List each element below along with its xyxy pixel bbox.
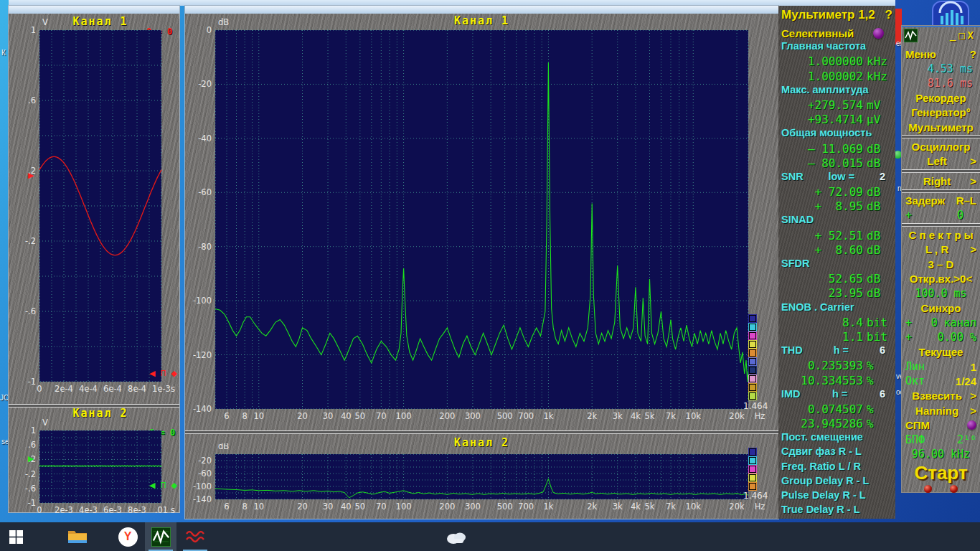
file-explorer-icon[interactable]: [62, 522, 93, 551]
svg-text:0: 0: [37, 505, 42, 514]
spectrum-ch1-plot[interactable]: 681020304050701002003005007001k2k3k4k5k7…: [185, 14, 778, 424]
marker-color-swatch[interactable]: [749, 392, 756, 400]
svg-text:300: 300: [465, 501, 481, 512]
svg-text:-.2: -.2: [25, 469, 36, 479]
svg-text:300: 300: [465, 411, 481, 421]
svg-text:2k: 2k: [587, 411, 597, 421]
marker-color-swatch[interactable]: [749, 358, 756, 365]
svg-text:5k: 5k: [645, 501, 655, 512]
scope-ch2-plot[interactable]: 02e-34e-36e-38e-3.011.6.2-.2-.6-1Vs: [9, 412, 179, 514]
svg-text:2e-4: 2e-4: [55, 384, 73, 394]
minimize-button[interactable]: _: [950, 29, 958, 41]
start-button[interactable]: [0, 522, 32, 551]
svg-text:500: 500: [497, 501, 513, 512]
measurement-value: + 8.60dB: [778, 243, 895, 258]
marker-color-swatch[interactable]: [749, 474, 756, 481]
marker-color-swatch[interactable]: [749, 457, 756, 464]
spectrum-ch2-plot[interactable]: 681020304050701002003005007001k2k3k4k5k7…: [185, 443, 778, 512]
control-item[interactable]: Текущее: [902, 344, 980, 359]
status-leds: [902, 485, 980, 496]
svg-text:6: 6: [224, 411, 229, 421]
control-item[interactable]: Откр.вх.>0<: [902, 271, 980, 286]
measurement-value: 23.95dB: [778, 286, 895, 301]
control-item[interactable]: Окт1/24: [902, 374, 980, 388]
window-titlebar[interactable]: [9, 6, 179, 14]
taskbar: Y 1 27°C Mostly cloudy μ ≈≈ ! Y ◆ РУС: [0, 522, 980, 551]
close-button[interactable]: X: [968, 29, 976, 41]
wave-app-icon[interactable]: [179, 522, 211, 551]
svg-text:50: 50: [355, 501, 366, 512]
control-item[interactable]: Взвесить>: [902, 389, 980, 403]
help-button[interactable]: ?: [885, 8, 892, 26]
control-item[interactable]: Right>: [902, 174, 980, 188]
scope-ch1-plot[interactable]: 02e-44e-46e-48e-41e-31.6.2-.2-.6-1Vs: [9, 14, 179, 405]
analyzer-app-icon[interactable]: [145, 522, 176, 551]
control-item[interactable]: Hanning>: [902, 403, 980, 418]
scope-ch1-level-marker[interactable]: ▶: [28, 171, 34, 180]
control-item[interactable]: Генератор°: [902, 105, 980, 120]
multimeter-title: Мультиметр 1,2: [781, 8, 875, 26]
scope-ch2-trigger-icon[interactable]: ◀ Π ◆: [149, 481, 179, 490]
marker-color-swatch[interactable]: [749, 349, 756, 357]
marker-color-swatch[interactable]: [749, 367, 756, 374]
control-item[interactable]: Рекордер: [902, 90, 980, 105]
measurement-label: IMDh =6: [778, 388, 895, 402]
svg-text:Hz: Hz: [755, 411, 765, 421]
scope-ch1-trigger-icon[interactable]: ◀ Π ◆: [149, 369, 179, 378]
svg-text:s: s: [171, 505, 175, 514]
marker-color-swatch[interactable]: [749, 448, 756, 456]
measurement-value: + 52.51dB: [778, 229, 895, 243]
weather-widget[interactable]: [445, 527, 468, 547]
marker-color-swatch[interactable]: [749, 324, 756, 331]
marker-color-swatch[interactable]: [749, 466, 756, 473]
marker-color-swatch[interactable]: [749, 483, 756, 490]
oscilloscope-window: Канал 1 0 = 0 02e-44e-46e-48e-41e-31.6.2…: [9, 6, 179, 512]
scope-ch2-level-marker[interactable]: ▶: [28, 454, 34, 463]
divider: [902, 169, 980, 173]
measurement-value: 10.334553%: [778, 374, 895, 388]
control-item[interactable]: Лин1: [902, 359, 980, 374]
svg-text:s: s: [171, 384, 175, 394]
svg-text:3k: 3k: [613, 501, 623, 512]
control-item[interactable]: Синхро: [902, 301, 980, 315]
measurement-label: Сдвиг фаз R - L: [778, 446, 895, 460]
spm-led-item[interactable]: СПМ: [902, 418, 980, 432]
marker-color-swatch[interactable]: [749, 375, 756, 382]
divider: [902, 223, 980, 227]
control-item[interactable]: ЗадержR–L: [902, 194, 980, 208]
svg-text:30: 30: [323, 411, 334, 421]
svg-text:20k: 20k: [729, 501, 745, 512]
window-splitter[interactable]: [185, 430, 778, 434]
svg-text:70: 70: [376, 411, 387, 421]
marker-color-swatch[interactable]: [749, 341, 756, 348]
control-item[interactable]: L , R>: [902, 242, 980, 257]
svg-text:6: 6: [224, 501, 229, 512]
start-button[interactable]: Старт: [902, 462, 980, 485]
window-titlebar[interactable]: [185, 6, 778, 14]
control-item[interactable]: Мультиметр: [902, 120, 980, 134]
control-item[interactable]: С п е к т р ы: [902, 227, 980, 242]
svg-text:4k: 4k: [631, 501, 641, 512]
svg-text:20k: 20k: [729, 411, 745, 421]
marker-color-swatch[interactable]: [749, 384, 756, 391]
yandex-browser-icon[interactable]: Y: [112, 522, 143, 551]
control-item[interactable]: Left>: [902, 154, 980, 169]
control-item[interactable]: Меню?: [902, 47, 980, 61]
control-item[interactable]: Осциллогр: [902, 139, 980, 154]
timing-value: 81.6 ms: [902, 76, 980, 90]
marker-color-swatch[interactable]: [749, 332, 756, 339]
measurement-value: 1.000002kHz: [778, 70, 895, 84]
control-item[interactable]: БПФ2¹⁶: [902, 433, 980, 447]
marker-color-swatch[interactable]: [749, 315, 756, 322]
control-value: 96.00 kHz: [902, 447, 980, 461]
measurement-value: 1.000000kHz: [778, 55, 895, 69]
svg-text:-120: -120: [193, 350, 212, 360]
svg-text:200: 200: [439, 501, 455, 512]
control-titlebar[interactable]: _□X: [902, 27, 980, 46]
svg-text:.6: .6: [28, 95, 36, 105]
svg-text:1e-3: 1e-3: [152, 384, 171, 394]
selective-led-button[interactable]: [873, 28, 884, 39]
control-item[interactable]: 3 – D: [902, 257, 980, 271]
maximize-button[interactable]: □: [958, 29, 967, 41]
svg-text:700: 700: [518, 411, 534, 421]
